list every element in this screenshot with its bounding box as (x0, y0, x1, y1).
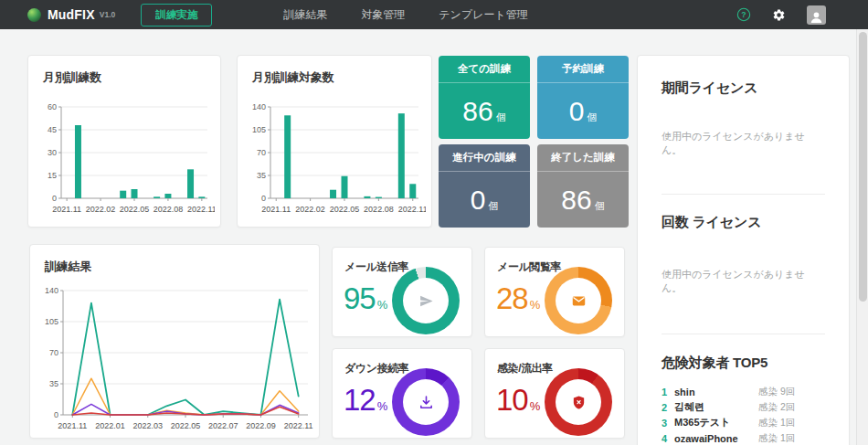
card-title: 月別訓練対象数 (252, 69, 334, 86)
tile-all-trainings[interactable]: 全ての訓練 86個 (439, 56, 530, 139)
scrollbar-thumb[interactable] (859, 32, 867, 302)
donut-title: メール送信率 (344, 260, 408, 275)
svg-text:140: 140 (45, 286, 58, 295)
mail-open-rate-card: メール閲覧率 28% (484, 247, 625, 337)
mail-sent-rate-card: メール送信率 95% (332, 247, 472, 337)
header-actions: ? (736, 5, 868, 25)
run-training-button[interactable]: 訓練実施 (141, 4, 212, 26)
divider (662, 194, 825, 195)
tile-finished-trainings[interactable]: 終了した訓練 86個 (537, 144, 629, 228)
svg-text:140: 140 (252, 102, 266, 111)
tile-label: 進行中の訓練 (439, 144, 530, 172)
nav-item-target-management[interactable]: 対象管理 (361, 7, 405, 23)
tile-label: 終了した訓練 (537, 144, 629, 172)
danger-users-list: 1 shin 感染 9回 2 김혜련 感染 2回 3 M365テスト 感染 1回… (662, 384, 825, 445)
svg-text:?: ? (741, 10, 746, 19)
training-summary-tiles: 全ての訓練 86個 予約訓練 0個 進行中の訓練 0個 終了した訓練 86個 (439, 56, 629, 228)
danger-user-row[interactable]: 3 M365テスト 感染 1回 (662, 415, 825, 430)
user-avatar[interactable] (807, 5, 826, 25)
help-question-icon[interactable]: ? (736, 7, 751, 22)
svg-text:35: 35 (257, 171, 266, 180)
donut-chart (392, 267, 460, 334)
training-results-line-chart: 035701051402021.112022.012022.032022.052… (32, 283, 315, 437)
tile-reserved-trainings[interactable]: 予約訓練 0個 (537, 56, 629, 139)
danger-users-title: 危険対象者 TOP5 (662, 355, 825, 372)
download-icon (418, 395, 434, 410)
danger-user-row[interactable]: 1 shin 感染 9回 (662, 384, 825, 399)
svg-text:2021.11: 2021.11 (58, 421, 87, 430)
logo-text: MudFIX (48, 7, 95, 22)
svg-text:2022.08: 2022.08 (153, 205, 184, 214)
svg-text:2022.05: 2022.05 (171, 421, 201, 430)
donut-hole (556, 379, 601, 425)
svg-text:0: 0 (54, 410, 58, 419)
card-title: 訓練結果 (45, 259, 91, 275)
svg-text:2022.09: 2022.09 (246, 421, 276, 430)
scrollbar-track (856, 29, 868, 445)
svg-text:2022.11: 2022.11 (187, 205, 215, 214)
danger-user-row[interactable]: 4 ozawaiPhone 感染 1回 (662, 430, 825, 445)
svg-text:2022.02: 2022.02 (86, 205, 116, 214)
donut-chart (545, 267, 612, 334)
svg-text:2022.11: 2022.11 (398, 205, 426, 214)
nav-item-training-results[interactable]: 訓練結果 (283, 7, 327, 23)
donut-percent-value: 12% (344, 383, 387, 418)
donut-percent-value: 10% (496, 383, 540, 418)
tile-label: 全ての訓練 (439, 56, 530, 83)
svg-text:2022.08: 2022.08 (364, 205, 394, 214)
svg-text:105: 105 (45, 317, 58, 326)
donut-title: 感染/流出率 (497, 361, 553, 376)
svg-text:105: 105 (252, 125, 266, 134)
training-results-card: 訓練結果 035701051402021.112022.012022.03202… (29, 244, 320, 439)
svg-text:2022.11: 2022.11 (284, 421, 313, 430)
svg-text:30: 30 (48, 148, 57, 157)
logo-version: V1.0 (100, 10, 116, 19)
period-license-empty-text: 使用中のライセンスがありません。 (662, 130, 825, 157)
svg-text:70: 70 (257, 148, 266, 157)
top-navbar: MudFIX V1.0 訓練実施 訓練結果 対象管理 テンプレート管理 ? (0, 0, 868, 29)
donut-hole (556, 278, 601, 323)
danger-user-row[interactable]: 2 김혜련 感染 2回 (662, 399, 825, 415)
svg-text:2021.11: 2021.11 (261, 205, 291, 214)
svg-text:2022.05: 2022.05 (330, 205, 360, 214)
gear-icon[interactable] (772, 8, 786, 22)
svg-text:15: 15 (48, 171, 57, 180)
period-license-title: 期間ライセンス (662, 79, 825, 97)
tile-value: 0個 (537, 83, 629, 139)
count-license-empty-text: 使用中のライセンスがありません。 (662, 268, 825, 295)
count-license-title: 回数 ライセンス (662, 214, 825, 231)
donut-chart (545, 368, 612, 436)
divider (662, 334, 825, 334)
tile-value: 86個 (537, 172, 629, 228)
svg-text:2022.03: 2022.03 (132, 421, 163, 430)
donut-title: メール閲覧率 (497, 260, 561, 275)
donut-title: ダウン接続率 (344, 361, 408, 376)
monthly-trainings-bar-chart: 0153045602021.112022.022022.052022.08202… (30, 100, 215, 220)
svg-text:2022.02: 2022.02 (295, 205, 325, 214)
tile-in-progress-trainings[interactable]: 進行中の訓練 0個 (439, 144, 530, 228)
paper-plane-icon (418, 293, 434, 309)
nav-item-template-management[interactable]: テンプレート管理 (439, 7, 527, 23)
svg-text:0: 0 (261, 194, 266, 203)
logo-sphere-icon (27, 8, 41, 22)
tile-value: 0個 (439, 172, 530, 228)
svg-text:2022.01: 2022.01 (95, 421, 125, 430)
donut-percent-value: 95% (344, 281, 387, 316)
envelope-icon (571, 293, 587, 309)
tile-value: 86個 (439, 83, 530, 139)
svg-text:35: 35 (49, 379, 58, 388)
main-nav: 訓練結果 対象管理 テンプレート管理 (283, 7, 527, 23)
svg-text:2021.11: 2021.11 (52, 205, 81, 214)
svg-text:0: 0 (52, 194, 57, 203)
license-panel: 期間ライセンス 使用中のライセンスがありません。 回数 ライセンス 使用中のライ… (637, 55, 850, 445)
monthly-trainings-card: 月別訓練数 0153045602021.112022.022022.052022… (27, 55, 221, 228)
tile-label: 予約訓練 (537, 56, 629, 83)
svg-text:45: 45 (48, 125, 57, 134)
infection-leak-rate-card: 感染/流出率 10% (484, 348, 625, 439)
svg-text:70: 70 (49, 348, 58, 357)
app-logo[interactable]: MudFIX V1.0 (27, 7, 115, 22)
donut-chart (392, 368, 460, 436)
card-title: 月別訓練数 (43, 69, 101, 86)
monthly-targets-bar-chart: 035701051402021.112022.022022.052022.082… (239, 100, 426, 220)
svg-text:60: 60 (48, 102, 57, 111)
